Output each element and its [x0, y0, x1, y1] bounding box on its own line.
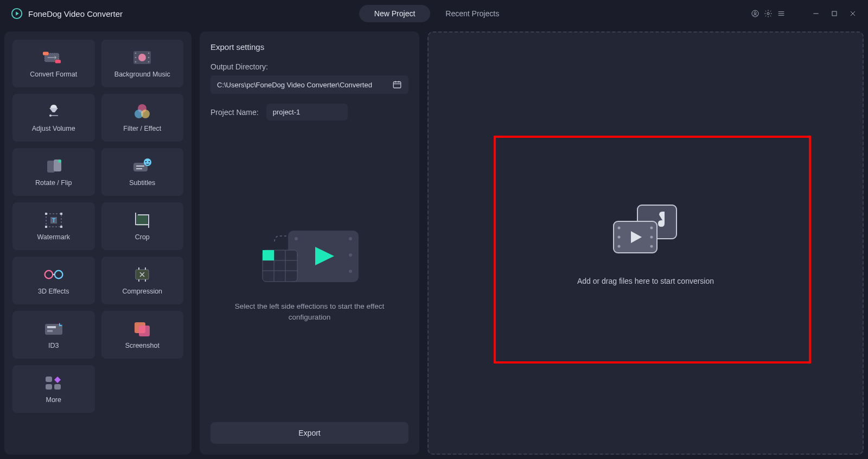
svg-point-67: [349, 270, 352, 273]
title-bar: FoneDog Video Converter New Project Rece…: [0, 0, 868, 27]
project-name-input[interactable]: [266, 104, 348, 120]
output-directory-label: Output Directory:: [210, 62, 409, 71]
tool-label: Watermark: [37, 233, 70, 241]
background-music-icon: [131, 49, 153, 66]
tool-subtitles[interactable]: Subtitles: [101, 148, 184, 196]
3d-effects-icon: [43, 266, 65, 283]
svg-point-80: [650, 236, 653, 239]
close-icon[interactable]: [848, 9, 857, 18]
tool-crop[interactable]: Crop: [101, 202, 184, 250]
svg-rect-56: [54, 384, 61, 390]
drop-hint-text: Add or drag files here to start conversi…: [577, 277, 714, 285]
svg-rect-50: [47, 330, 53, 332]
tool-label: Screenshot: [125, 342, 159, 349]
tool-compression[interactable]: Compression: [101, 257, 184, 304]
tool-label: Subtitles: [129, 179, 155, 187]
output-directory-value: C:\Users\pc\FoneDog Video Converter\Conv…: [217, 81, 392, 89]
svg-point-20: [148, 57, 150, 59]
effect-illustration-icon: [258, 225, 361, 285]
tool-label: Adjust Volume: [32, 125, 75, 132]
tool-label: Filter / Effect: [123, 125, 161, 132]
svg-point-79: [650, 227, 653, 229]
svg-rect-41: [45, 226, 47, 228]
svg-rect-57: [393, 82, 401, 88]
svg-rect-27: [47, 161, 55, 173]
svg-point-65: [349, 237, 352, 240]
tool-label: ID3: [48, 342, 59, 349]
svg-point-76: [617, 227, 620, 229]
tool-convert-format[interactable]: Convert Format: [12, 40, 95, 87]
crop-icon: [131, 212, 153, 229]
drop-media-icon: [610, 201, 681, 255]
svg-point-16: [135, 53, 137, 54]
effect-hint-text: Select the left side effections to start…: [228, 301, 391, 323]
svg-point-26: [141, 110, 150, 118]
svg-point-23: [49, 114, 52, 117]
rotate-flip-icon: [43, 157, 65, 175]
adjust-volume-icon: [43, 103, 65, 120]
svg-point-51: [60, 324, 61, 325]
svg-point-34: [145, 161, 147, 163]
project-name-label: Project Name:: [210, 108, 259, 117]
maximize-icon[interactable]: [830, 9, 839, 18]
svg-rect-12: [43, 52, 48, 55]
export-settings-title: Export settings: [210, 42, 409, 52]
export-button[interactable]: Export: [210, 422, 409, 444]
svg-point-33: [144, 158, 151, 166]
app-logo-section: FoneDog Video Converter: [11, 8, 123, 20]
nav-tabs: New Project Recent Projects: [123, 5, 751, 22]
svg-point-3: [767, 12, 769, 15]
drop-zone[interactable]: Add or drag files here to start conversi…: [427, 31, 864, 455]
watermark-icon: T: [43, 212, 65, 229]
tool-screenshot[interactable]: Screenshot: [101, 311, 184, 359]
tab-new-project[interactable]: New Project: [359, 5, 430, 22]
tool-filter-effect[interactable]: Filter / Effect: [101, 94, 184, 142]
tool-background-music[interactable]: Background Music: [101, 40, 184, 87]
svg-point-44: [44, 271, 53, 279]
tool-rotate-flip[interactable]: Rotate / Flip: [12, 148, 95, 196]
browse-folder-icon[interactable]: [392, 80, 402, 90]
svg-rect-49: [47, 326, 56, 328]
svg-point-62: [295, 237, 298, 240]
filter-effect-icon: [131, 103, 153, 120]
svg-rect-42: [60, 226, 62, 228]
tool-sidebar: Convert Format Background Music: [4, 31, 192, 455]
tool-label: Compression: [122, 288, 162, 295]
svg-rect-40: [60, 213, 62, 215]
svg-rect-53: [139, 326, 150, 336]
tab-recent-projects[interactable]: Recent Projects: [430, 5, 514, 22]
tool-label: Rotate / Flip: [35, 179, 72, 187]
tool-adjust-volume[interactable]: Adjust Volume: [12, 94, 95, 142]
subtitles-icon: [131, 157, 153, 175]
app-logo-icon: [11, 8, 23, 20]
svg-rect-13: [55, 60, 60, 63]
svg-point-29: [58, 160, 61, 163]
svg-rect-8: [832, 11, 837, 16]
output-directory-input[interactable]: C:\Users\pc\FoneDog Video Converter\Conv…: [210, 75, 409, 94]
compression-icon: [131, 266, 153, 283]
svg-text:T: T: [52, 217, 55, 224]
tool-label: More: [46, 396, 61, 404]
tool-label: Crop: [135, 233, 150, 241]
account-icon[interactable]: [751, 9, 760, 18]
convert-format-icon: [43, 49, 65, 66]
tool-label: Convert Format: [30, 71, 77, 78]
menu-icon[interactable]: [777, 9, 786, 18]
svg-rect-73: [263, 250, 274, 260]
settings-icon[interactable]: [764, 9, 773, 18]
app-title: FoneDog Video Converter: [28, 9, 123, 18]
svg-point-35: [149, 161, 150, 163]
tool-label: Background Music: [114, 71, 170, 78]
svg-point-17: [135, 57, 137, 59]
svg-point-45: [55, 271, 63, 279]
tool-id3[interactable]: ID3: [12, 311, 95, 359]
tool-watermark[interactable]: T Watermark: [12, 202, 95, 250]
svg-point-15: [138, 54, 146, 61]
tool-more[interactable]: More: [12, 365, 95, 413]
svg-rect-55: [46, 384, 52, 390]
screenshot-icon: [131, 320, 153, 337]
minimize-icon[interactable]: [812, 9, 820, 18]
tool-3d-effects[interactable]: 3D Effects: [12, 257, 95, 304]
id3-icon: [43, 320, 65, 337]
svg-rect-54: [46, 377, 52, 382]
